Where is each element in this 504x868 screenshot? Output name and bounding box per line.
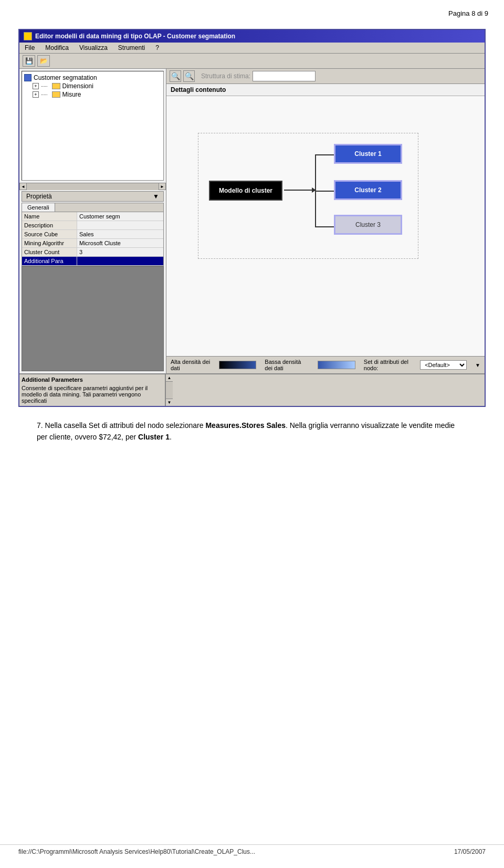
window-menubar: File Modifica Visualizza Strumenti ? [19, 43, 485, 54]
prop-label-mining-alg: Mining Algorithr [22, 239, 77, 247]
addl-params-panel: Additional Parameters Consente di specif… [19, 373, 485, 406]
tree-node-misure-label: Misure [62, 91, 81, 98]
struttura-label: Struttura di stima: [201, 72, 250, 80]
menu-file[interactable]: File [23, 44, 37, 52]
prop-value-cluster-count: 3 [77, 248, 163, 256]
right-panel: 🔍 🔍 Struttura di stima: Dettagli contenu… [166, 69, 485, 373]
tree-node-misure[interactable]: + ····· Misure [33, 90, 161, 99]
alta-density-bar [219, 361, 257, 369]
scroll-right-arrow[interactable]: ► [159, 183, 166, 190]
properties-grid: Generali Name Customer segm Description … [22, 203, 164, 266]
menu-modifica[interactable]: Modifica [43, 44, 71, 52]
bold-text-1: Measures.Stores Sales [205, 421, 286, 430]
left-panel: Customer segmatation + ····· Dimensioni … [19, 69, 166, 373]
window-toolbar: 💾 📂 [19, 54, 485, 69]
props-bottom-area [22, 266, 164, 372]
app-icon [24, 32, 32, 40]
zoom-in-button[interactable]: 🔍 [170, 70, 181, 82]
save-button[interactable]: 💾 [23, 55, 35, 67]
tree-scrollbar: ◄ ► [19, 183, 166, 190]
prop-row-source-cube[interactable]: Source Cube Sales [22, 230, 163, 239]
line-to-cluster2 [315, 191, 335, 192]
bold-text-2: Cluster 1 [138, 433, 170, 441]
dettagli-header: Dettagli contenuto [166, 84, 485, 96]
window-body: Customer segmatation + ····· Dimensioni … [19, 69, 485, 373]
prop-label-name: Name [22, 212, 77, 221]
body-text-content: Nella casella Set di attributi del nodo … [45, 421, 206, 430]
item-number: 7. [37, 421, 43, 430]
addl-params-text-area: Additional Parameters Consente di specif… [19, 374, 165, 406]
prop-label-additional: Additional Para [22, 257, 77, 265]
menu-strumenti[interactable]: Strumenti [116, 44, 147, 52]
prop-value-source-cube: Sales [77, 230, 163, 238]
body-text: 7. Nella casella Set di attributi del no… [37, 420, 467, 443]
prop-label-cluster-count: Cluster Count [22, 248, 77, 256]
footer-path: file://C:\Programmi\Microsoft Analysis S… [18, 848, 255, 855]
addl-params-description: Consente di specificare parametri aggiun… [22, 385, 148, 404]
properties-arrow[interactable]: ▼ [153, 193, 159, 200]
open-button[interactable]: 📂 [37, 55, 50, 67]
cluster-box-3[interactable]: Cluster 3 [334, 215, 402, 235]
cluster-box-2[interactable]: Cluster 2 [334, 180, 402, 200]
scrollbar-down-arrow[interactable]: ▼ [166, 399, 173, 406]
node-attr-select[interactable]: <Default> [420, 360, 467, 370]
expand-icon-misure[interactable]: + [33, 91, 39, 98]
addl-params-scrollbar: ▲ ▼ [165, 374, 173, 406]
alta-density-label: Alta densità dei dati [171, 359, 211, 371]
addl-params-right [173, 374, 485, 406]
properties-header: Proprietà ▼ [22, 191, 164, 202]
cluster-main-arrow [284, 190, 316, 191]
expand-icon[interactable]: + [33, 83, 39, 89]
bassa-density-label: Bassa densità dei dati [265, 359, 309, 371]
tree-node-dimensioni-label: Dimensioni [62, 82, 93, 90]
prop-row-cluster-count[interactable]: Cluster Count 3 [22, 248, 163, 257]
properties-label: Proprietà [26, 193, 52, 200]
diagram-area: Modello di cluster Cluster 1 Cluster 2 C… [166, 96, 485, 356]
tree-root-label: Customer segmatation [34, 74, 97, 81]
window-titlebar: Editor modelli di data mining di tipo OL… [19, 30, 485, 43]
tree-node-dimensioni[interactable]: + ····· Dimensioni [33, 82, 161, 90]
folder-icon-misure [52, 91, 60, 98]
prop-label-description: Description [22, 221, 77, 229]
page-number: Pagina 8 di 9 [448, 9, 488, 17]
tree-area: Customer segmatation + ····· Dimensioni … [22, 71, 164, 181]
prop-row-name[interactable]: Name Customer segm [22, 212, 163, 221]
menu-help[interactable]: ? [153, 44, 161, 52]
scroll-left-arrow[interactable]: ◄ [19, 183, 27, 190]
prop-label-source-cube: Source Cube [22, 230, 77, 238]
cluster-box-1[interactable]: Cluster 1 [334, 144, 402, 164]
window-title: Editor modelli di data mining di tipo OL… [35, 33, 235, 40]
cluster-container: Modello di cluster Cluster 1 Cluster 2 C… [198, 133, 418, 259]
addl-params-title: Additional Parameters [22, 377, 163, 383]
model-icon [24, 74, 32, 81]
tree-root[interactable]: Customer segmatation [24, 74, 161, 82]
node-attr-dropdown-arrow[interactable]: ▼ [475, 362, 480, 368]
prop-value-name: Customer segm [77, 212, 163, 221]
app-window: Editor modelli di data mining di tipo OL… [18, 29, 486, 407]
model-box: Modello di cluster [209, 181, 282, 201]
zoom-out-button[interactable]: 🔍 [183, 70, 195, 82]
prop-row-description[interactable]: Description [22, 221, 163, 230]
right-toolbar: 🔍 🔍 Struttura di stima: [166, 69, 485, 84]
prop-value-mining-alg: Microsoft Cluste [77, 239, 163, 247]
footer-date: 17/05/2007 [454, 848, 486, 855]
node-attr-label: Set di attributi del nodo: [364, 359, 412, 371]
prop-tab-row: Generali [22, 203, 163, 212]
prop-value-description [77, 221, 163, 229]
menu-visualizza[interactable]: Visualizza [77, 44, 110, 52]
bassa-density-bar [318, 361, 355, 369]
scroll-track [27, 183, 159, 190]
prop-value-additional [77, 257, 163, 265]
line-to-cluster1 [315, 154, 335, 155]
line-to-cluster3 [315, 226, 335, 227]
footer-bar: file://C:\Programmi\Microsoft Analysis S… [0, 844, 504, 859]
bottom-bar: Alta densità dei dati Bassa densità dei … [166, 356, 485, 373]
prop-row-additional[interactable]: Additional Para [22, 257, 163, 266]
folder-icon [52, 83, 60, 89]
prop-row-mining-alg[interactable]: Mining Algorithr Microsoft Cluste [22, 239, 163, 248]
body-text-content-3: . [170, 433, 172, 441]
scrollbar-up-arrow[interactable]: ▲ [166, 374, 173, 382]
prop-tab-generali[interactable]: Generali [22, 203, 55, 212]
struttura-input[interactable] [253, 71, 316, 81]
